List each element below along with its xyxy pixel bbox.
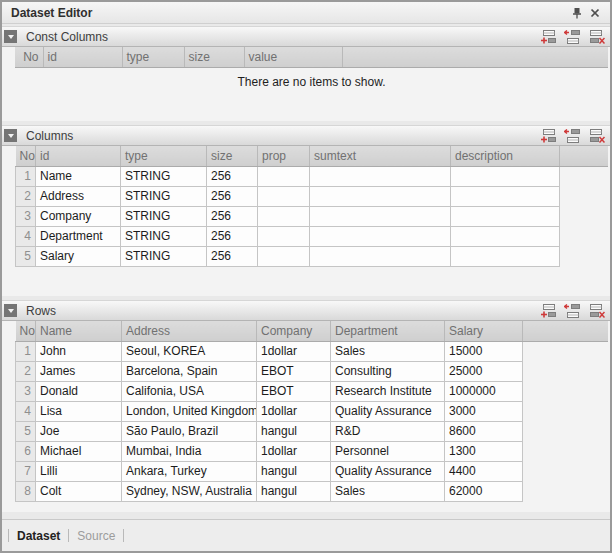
column-header-id[interactable]: id: [43, 47, 122, 67]
row-number[interactable]: 4: [16, 226, 36, 246]
cell[interactable]: R&D: [331, 421, 445, 441]
cell[interactable]: 4400: [445, 461, 523, 481]
collapse-icon[interactable]: [4, 30, 17, 43]
cell[interactable]: 1dollar: [257, 341, 331, 361]
column-header-company[interactable]: Company: [257, 321, 331, 341]
cell[interactable]: Mumbai, India: [122, 441, 257, 461]
cell[interactable]: Lisa: [36, 401, 122, 421]
cell[interactable]: [310, 206, 451, 226]
row-number[interactable]: 5: [16, 246, 36, 266]
column-header-id[interactable]: id: [36, 146, 121, 166]
row-number[interactable]: 2: [16, 186, 36, 206]
cell[interactable]: Sales: [331, 481, 445, 501]
cell[interactable]: [451, 206, 560, 226]
cell[interactable]: hangul: [257, 421, 331, 441]
cell[interactable]: [451, 226, 560, 246]
row-number[interactable]: 7: [16, 461, 36, 481]
row-number[interactable]: 1: [16, 166, 36, 186]
row-number[interactable]: 5: [16, 421, 36, 441]
column-header-no[interactable]: No: [15, 47, 43, 67]
add-row-icon[interactable]: [538, 128, 558, 144]
cell[interactable]: Seoul, KOREA: [122, 341, 257, 361]
row-number[interactable]: 6: [16, 441, 36, 461]
cell[interactable]: [310, 226, 451, 246]
cell[interactable]: 256: [207, 186, 258, 206]
cell[interactable]: 256: [207, 166, 258, 186]
column-header-sumtext[interactable]: sumtext: [310, 146, 451, 166]
column-header-no[interactable]: No: [16, 321, 36, 341]
row-number[interactable]: 4: [16, 401, 36, 421]
cell[interactable]: Department: [36, 226, 121, 246]
cell[interactable]: Sales: [331, 341, 445, 361]
row-number[interactable]: 1: [16, 341, 36, 361]
cell[interactable]: [310, 186, 451, 206]
insert-row-icon[interactable]: [562, 29, 582, 45]
cell[interactable]: STRING: [121, 246, 207, 266]
pin-icon[interactable]: [568, 5, 586, 21]
cell[interactable]: Sydney, NSW, Australia: [122, 481, 257, 501]
cell[interactable]: [451, 186, 560, 206]
collapse-icon[interactable]: [4, 304, 17, 317]
cell[interactable]: 1dollar: [257, 441, 331, 461]
cell[interactable]: 8600: [445, 421, 523, 441]
delete-row-icon[interactable]: [586, 128, 606, 144]
cell[interactable]: 256: [207, 246, 258, 266]
column-header-salary[interactable]: Salary: [445, 321, 523, 341]
cell[interactable]: STRING: [121, 206, 207, 226]
cell[interactable]: [451, 166, 560, 186]
column-header-department[interactable]: Department: [331, 321, 445, 341]
cell[interactable]: [258, 226, 310, 246]
cell[interactable]: EBOT: [257, 381, 331, 401]
collapse-icon[interactable]: [4, 129, 17, 142]
cell[interactable]: Address: [36, 186, 121, 206]
cell[interactable]: 256: [207, 206, 258, 226]
cell[interactable]: 1dollar: [257, 401, 331, 421]
cell[interactable]: Consulting: [331, 361, 445, 381]
insert-row-icon[interactable]: [562, 303, 582, 319]
cell[interactable]: STRING: [121, 226, 207, 246]
cell[interactable]: Barcelona, Spain: [122, 361, 257, 381]
cell[interactable]: [258, 166, 310, 186]
cell[interactable]: 256: [207, 226, 258, 246]
cell[interactable]: Donald: [36, 381, 122, 401]
tab-source[interactable]: Source: [69, 528, 123, 544]
cell[interactable]: [258, 186, 310, 206]
cell[interactable]: hangul: [257, 481, 331, 501]
cell[interactable]: 62000: [445, 481, 523, 501]
cell[interactable]: STRING: [121, 166, 207, 186]
column-header-no[interactable]: No: [16, 146, 36, 166]
cell[interactable]: São Paulo, Brazil: [122, 421, 257, 441]
cell[interactable]: EBOT: [257, 361, 331, 381]
cell[interactable]: Califonia, USA: [122, 381, 257, 401]
cell[interactable]: STRING: [121, 186, 207, 206]
cell[interactable]: 3000: [445, 401, 523, 421]
cell[interactable]: Lilli: [36, 461, 122, 481]
cell[interactable]: [310, 246, 451, 266]
column-header-name[interactable]: Name: [36, 321, 122, 341]
cell[interactable]: John: [36, 341, 122, 361]
row-number[interactable]: 3: [16, 381, 36, 401]
cell[interactable]: 15000: [445, 341, 523, 361]
cell[interactable]: 1000000: [445, 381, 523, 401]
cell[interactable]: Personnel: [331, 441, 445, 461]
cell[interactable]: [451, 246, 560, 266]
cell[interactable]: Ankara, Turkey: [122, 461, 257, 481]
insert-row-icon[interactable]: [562, 128, 582, 144]
cell[interactable]: James: [36, 361, 122, 381]
cell[interactable]: 25000: [445, 361, 523, 381]
cell[interactable]: hangul: [257, 461, 331, 481]
delete-row-icon[interactable]: [586, 29, 606, 45]
cell[interactable]: Joe: [36, 421, 122, 441]
column-header-size[interactable]: size: [207, 146, 258, 166]
cell[interactable]: Salary: [36, 246, 121, 266]
row-number[interactable]: 3: [16, 206, 36, 226]
column-header-size[interactable]: size: [184, 47, 244, 67]
column-header-type[interactable]: type: [122, 47, 184, 67]
cell[interactable]: Company: [36, 206, 121, 226]
row-number[interactable]: 2: [16, 361, 36, 381]
column-header-prop[interactable]: prop: [258, 146, 310, 166]
cell[interactable]: Quality Assurance: [331, 461, 445, 481]
column-header-value[interactable]: value: [244, 47, 342, 67]
cell[interactable]: Colt: [36, 481, 122, 501]
cell[interactable]: Michael: [36, 441, 122, 461]
